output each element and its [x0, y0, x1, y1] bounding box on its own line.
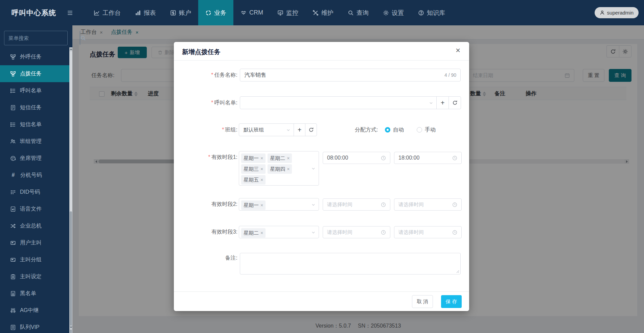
clock-icon	[452, 202, 457, 207]
add-team-button[interactable]: +	[294, 123, 305, 136]
chevron-down-icon	[311, 166, 316, 171]
user-menu[interactable]: superadmin	[595, 7, 639, 18]
sidebar: 外呼任务 点拨任务 呼叫名单 短信任务 短信名单 班组管理	[0, 25, 72, 333]
period3-days-multiselect[interactable]: 星期二×	[239, 226, 319, 238]
sidebar-item-queue-vip[interactable]: 队列VIP	[0, 319, 69, 333]
period2-start-time-input[interactable]: 请选择时间	[323, 198, 390, 211]
period2-end-time-input[interactable]: 请选择时间	[394, 198, 462, 211]
sidebar-item-dial-tasks[interactable]: 点拨任务	[0, 65, 69, 82]
menu-search-input[interactable]	[4, 31, 80, 45]
required-asterisk: *	[222, 127, 224, 133]
sidebar-item-sms-tasks[interactable]: 短信任务	[0, 99, 69, 116]
sidebar-item-user-caller-id[interactable]: 用户主叫	[0, 234, 69, 251]
scroll-down-arrow-icon[interactable]	[69, 326, 72, 330]
assign-auto-radio[interactable]: 自动	[385, 123, 404, 136]
refresh-call-list-button[interactable]	[448, 96, 461, 109]
user-icon	[600, 10, 605, 15]
trunk-sliders-icon	[10, 308, 16, 313]
add-dial-task-modal: 新增点拨任务 × * 任务名称: 汽车销售 4 / 90 * 呼叫名单: + *…	[174, 42, 469, 311]
save-button[interactable]: 保 存	[441, 295, 462, 308]
sidebar-item-outbound-tasks[interactable]: 外呼任务	[0, 48, 69, 65]
blacklist-doc-icon	[10, 291, 16, 296]
clock-icon	[381, 202, 386, 207]
call-list-select[interactable]	[240, 96, 437, 109]
tag-close-icon[interactable]: ×	[260, 177, 263, 183]
tag-close-icon[interactable]: ×	[260, 166, 263, 172]
nav-item-knowledge-base[interactable]: 知识库	[411, 0, 452, 25]
plus-icon: +	[298, 126, 302, 134]
day-tag: 星期二×	[268, 153, 292, 163]
menu-search	[4, 31, 68, 45]
scroll-up-arrow-icon[interactable]	[69, 47, 72, 51]
period1-end-time-input[interactable]: 18:00:00	[394, 152, 462, 164]
nav-item-reports[interactable]: 报表	[128, 0, 163, 25]
resize-handle-icon[interactable]	[456, 269, 459, 273]
period2-days-multiselect[interactable]: 星期一×	[239, 198, 319, 211]
day-tag: 星期三×	[241, 164, 266, 174]
day-tag: 星期一×	[241, 153, 266, 163]
tag-close-icon[interactable]: ×	[260, 203, 263, 208]
sidebar-item-extension-numbers[interactable]: # 分机号码	[0, 167, 69, 184]
period1-start-time-input[interactable]: 08:00:00	[323, 152, 390, 164]
sidebar-item-did-numbers[interactable]: DID号码	[0, 184, 69, 200]
bar-chart-icon	[135, 10, 141, 16]
period1-label: * 有效时段1:	[174, 151, 238, 163]
period3-start-time-input[interactable]: 请选择时间	[323, 226, 390, 238]
task-name-label: * 任务名称:	[174, 69, 238, 81]
sidebar-scrollbar-thumb[interactable]	[70, 211, 72, 333]
tag-close-icon[interactable]: ×	[260, 230, 263, 236]
monitor-icon	[277, 10, 283, 16]
sidebar-item-caller-id-settings[interactable]: 主叫设定	[0, 268, 69, 285]
nav-item-workbench[interactable]: 工作台	[87, 0, 128, 25]
clock-icon	[381, 230, 386, 235]
refresh-team-button[interactable]	[305, 123, 317, 136]
period3-end-time-input[interactable]: 请选择时间	[394, 226, 462, 238]
sidebar-item-ag-trunk[interactable]: AG中继	[0, 302, 69, 319]
sitemap-icon	[10, 54, 16, 60]
modal-header: 新增点拨任务 ×	[174, 42, 469, 61]
sim-card-icon	[10, 257, 16, 263]
sidebar-item-team-management[interactable]: 班组管理	[0, 133, 69, 150]
tag-close-icon[interactable]: ×	[260, 156, 263, 161]
period1-days-multiselect[interactable]: 星期一× 星期二× 星期三× 星期四× 星期五×	[239, 151, 319, 186]
remark-textarea[interactable]	[240, 253, 461, 275]
menu-collapse-icon[interactable]	[67, 10, 73, 16]
team-select[interactable]: 默认班组	[239, 123, 294, 136]
required-asterisk: *	[208, 154, 210, 160]
nav-item-accounts[interactable]: 账户	[163, 0, 198, 25]
tag-close-icon[interactable]: ×	[287, 166, 290, 172]
nav-item-crm[interactable]: CRM	[233, 0, 270, 25]
nav-item-business[interactable]: 业务	[198, 0, 233, 25]
sidebar-item-voice-files[interactable]: 语音文件	[0, 200, 69, 217]
nav-item-query[interactable]: 查询	[341, 0, 376, 25]
add-call-list-button[interactable]: +	[436, 96, 449, 109]
cancel-button[interactable]: 取 消	[412, 295, 433, 308]
search-icon	[80, 35, 86, 41]
nav-item-settings[interactable]: 设置	[376, 0, 411, 25]
tag-close-icon[interactable]: ×	[287, 156, 290, 161]
sidebar-item-call-list[interactable]: 呼叫名单	[0, 82, 69, 99]
list-icon	[10, 88, 16, 94]
sim-card-icon	[10, 240, 16, 246]
sidebar-item-enterprise-switchboard[interactable]: 企业总机	[0, 217, 69, 234]
app-logo: 呼叫中心系统	[12, 8, 56, 18]
assign-manual-radio[interactable]: 手动	[417, 123, 436, 136]
task-name-input[interactable]: 汽车销售 4 / 90	[240, 69, 461, 81]
nav-item-monitor[interactable]: 监控	[270, 0, 305, 25]
agent-face-icon	[10, 156, 16, 161]
sidebar-menu: 外呼任务 点拨任务 呼叫名单 短信任务 短信名单 班组管理	[0, 48, 69, 333]
sidebar-item-blacklist[interactable]: 黑名单	[0, 285, 69, 302]
remark-label: 备注:	[174, 253, 238, 263]
app-window: 呼叫中心系统 工作台 报表 账户 业务 CRM	[0, 0, 644, 333]
sidebar-scrollbar[interactable]	[69, 47, 72, 333]
sidebar-item-sms-list[interactable]: 短信名单	[0, 116, 69, 133]
sidebar-item-agent-management[interactable]: 坐席管理	[0, 150, 69, 167]
char-counter: 4 / 90	[444, 72, 456, 78]
modal-close-icon[interactable]: ×	[456, 46, 460, 54]
day-tag: 星期二×	[241, 228, 266, 238]
sidebar-item-caller-id-groups[interactable]: 主叫分组	[0, 251, 69, 268]
nav-item-maintenance[interactable]: 维护	[305, 0, 341, 25]
menu-search-button[interactable]	[80, 31, 86, 45]
clock-icon	[381, 156, 386, 161]
radio-unselected-icon	[417, 127, 422, 133]
